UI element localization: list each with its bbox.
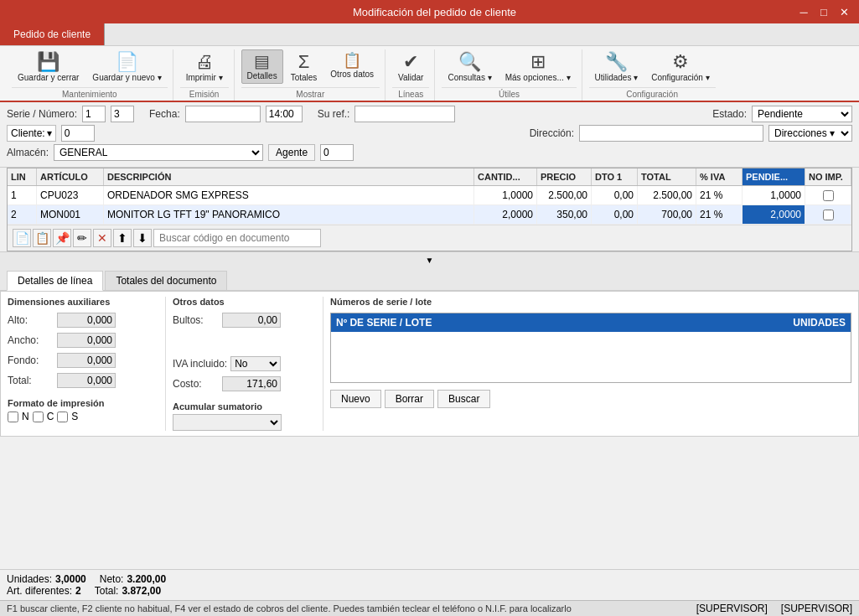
- cell-pendiente-2: 2,0000: [743, 205, 805, 224]
- mas-opciones-button[interactable]: ⊞ Más opciones... ▾: [499, 49, 577, 85]
- header-iva: % IVA: [696, 168, 743, 185]
- delete-button[interactable]: ✕: [93, 229, 111, 247]
- header-pendiente: PENDIE...: [743, 168, 805, 185]
- estado-select[interactable]: Pendiente: [752, 106, 852, 122]
- art-label: Art. diferentes:: [7, 585, 72, 597]
- costo-input[interactable]: [222, 376, 281, 391]
- series-buttons: Nuevo Borrar Buscar: [330, 390, 851, 408]
- alto-input[interactable]: [57, 313, 116, 328]
- table-row[interactable]: 2 MON001 MONITOR LG TFT 19" PANORAMICO 2…: [8, 205, 851, 225]
- cliente-button[interactable]: Cliente: ▾: [7, 125, 56, 142]
- cell-precio-1: 2.500,00: [537, 186, 592, 204]
- close-button[interactable]: ✕: [836, 4, 852, 19]
- formato-s-label: S: [71, 411, 78, 422]
- utilidades-button[interactable]: 🔧 Utilidades ▾: [589, 49, 644, 85]
- header-descripcion: DESCRIPCIÓN: [104, 168, 474, 185]
- fecha-label: Fecha:: [149, 108, 180, 120]
- validar-button[interactable]: ✔ Validar: [392, 49, 429, 85]
- bottom-content: Dimensiones auxiliares Alto: Ancho: Fond…: [0, 291, 859, 437]
- suref-label: Su ref.:: [318, 108, 350, 120]
- art-value: 2: [75, 585, 81, 597]
- ribbon-group-emision: 🖨 Imprimir ▾ Emisión: [175, 49, 235, 101]
- cell-descripcion-2: MONITOR LG TFT 19" PANORAMICO: [104, 205, 474, 224]
- formato-n-label: N: [22, 411, 29, 422]
- serie-label: Serie / Número:: [7, 108, 77, 120]
- otros-datos-button[interactable]: 📋 Otros datos: [324, 49, 380, 82]
- cell-cantidad-2: 2,0000: [474, 205, 537, 224]
- move-up-button[interactable]: ⬆: [113, 229, 132, 247]
- total-value: 3.872,00: [122, 585, 161, 597]
- almacen-select[interactable]: GENERAL: [54, 144, 263, 161]
- paste-button[interactable]: 📌: [53, 229, 71, 247]
- pedido-cliente-tab[interactable]: Pedido de cliente: [0, 23, 105, 45]
- tab-detalles-linea[interactable]: Detalles de línea: [7, 271, 103, 291]
- status-items: [SUPERVISOR] [SUPERVISOR]: [696, 603, 852, 614]
- search-code-input[interactable]: [153, 229, 321, 247]
- grid-header: LIN ARTÍCULO DESCRIPCIÓN CANTID... PRECI…: [8, 168, 851, 186]
- nuevo-serie-button[interactable]: Nuevo: [330, 390, 381, 408]
- formato-c-checkbox[interactable]: [33, 412, 44, 422]
- help-text: F1 buscar cliente, F2 cliente no habitua…: [7, 603, 572, 613]
- status-user1: [SUPERVISOR]: [696, 603, 768, 614]
- hora-input[interactable]: [266, 106, 303, 122]
- cell-noimp-1[interactable]: [805, 186, 851, 204]
- fecha-input[interactable]: [185, 106, 261, 122]
- save-close-icon: 💾: [37, 53, 60, 71]
- copy-button[interactable]: 📋: [33, 229, 51, 247]
- direccion-label: Dirección:: [530, 127, 574, 139]
- detalles-icon: ▤: [254, 53, 270, 70]
- new-row-button[interactable]: 📄: [13, 229, 31, 247]
- agente-button[interactable]: Agente: [268, 144, 315, 161]
- total-dim-input[interactable]: [57, 373, 116, 388]
- series-table: Nº DE SERIE / LOTE UNIDADES: [330, 313, 851, 383]
- edit-button[interactable]: ✏: [73, 229, 91, 247]
- window-title: Modificación del pedido de cliente: [74, 6, 795, 18]
- dimensiones-title: Dimensiones auxiliares: [8, 297, 158, 307]
- direccion-input[interactable]: [579, 125, 763, 142]
- bultos-input[interactable]: [222, 313, 281, 328]
- buscar-serie-button[interactable]: Buscar: [437, 390, 490, 408]
- cliente-input[interactable]: [61, 125, 95, 142]
- borrar-serie-button[interactable]: Borrar: [385, 390, 434, 408]
- tab-totales-documento[interactable]: Totales del documento: [105, 271, 227, 290]
- maximize-button[interactable]: □: [815, 4, 832, 19]
- formato-n-checkbox[interactable]: [8, 412, 18, 422]
- series-panel: Números de serie / lote Nº DE SERIE / LO…: [323, 297, 851, 431]
- ribbon-group-mantenimiento: 💾 Guardar y cerrar 📄 Guardar y nuevo ▾ M…: [7, 49, 173, 101]
- window-controls: ─ □ ✕: [795, 4, 852, 19]
- cell-iva-2: 21 %: [696, 205, 743, 224]
- cell-noimp-2[interactable]: [805, 205, 851, 224]
- grid-toolbar: 📄 📋 📌 ✏ ✕ ⬆ ⬇: [8, 225, 851, 251]
- cell-lin-1: 1: [8, 186, 37, 204]
- series-col1: Nº DE SERIE / LOTE: [331, 313, 591, 332]
- collapse-handle[interactable]: ▼: [0, 251, 859, 267]
- numero-input[interactable]: [111, 106, 134, 122]
- agente-input[interactable]: [320, 144, 354, 161]
- move-down-button[interactable]: ⬇: [133, 229, 152, 247]
- consultas-button[interactable]: 🔍 Consultas ▾: [442, 49, 497, 85]
- header-lin: LIN: [8, 168, 37, 185]
- ancho-input[interactable]: [57, 333, 116, 348]
- suref-input[interactable]: [354, 106, 455, 122]
- guardar-cerrar-button[interactable]: 💾 Guardar y cerrar: [12, 49, 85, 85]
- iva-label: IVA incluido:: [173, 358, 227, 370]
- totales-button[interactable]: Σ Totales: [285, 49, 323, 85]
- direcciones-select[interactable]: Direcciones ▾: [768, 125, 852, 142]
- table-row[interactable]: 1 CPU023 ORDENADOR SMG EXPRESS 1,0000 2.…: [8, 186, 851, 205]
- cell-total-1: 2.500,00: [638, 186, 696, 204]
- acumular-select[interactable]: [173, 414, 282, 431]
- series-col2: UNIDADES: [591, 313, 851, 332]
- configuracion-button[interactable]: ⚙ Configuración ▾: [645, 49, 715, 85]
- imprimir-button[interactable]: 🖨 Imprimir ▾: [180, 49, 229, 85]
- guardar-nuevo-button[interactable]: 📄 Guardar y nuevo ▾: [86, 49, 167, 85]
- iva-select[interactable]: No: [230, 356, 281, 371]
- serie-input[interactable]: [82, 106, 106, 122]
- cell-iva-1: 21 %: [696, 186, 743, 204]
- bultos-label: Bultos:: [173, 314, 219, 326]
- ribbon: 💾 Guardar y cerrar 📄 Guardar y nuevo ▾ M…: [0, 46, 859, 102]
- fondo-input[interactable]: [57, 353, 116, 368]
- minimize-button[interactable]: ─: [795, 4, 812, 19]
- collapse-icon: ▼: [426, 256, 434, 265]
- formato-s-checkbox[interactable]: [57, 412, 68, 422]
- detalles-button[interactable]: ▤ Detalles: [241, 49, 283, 84]
